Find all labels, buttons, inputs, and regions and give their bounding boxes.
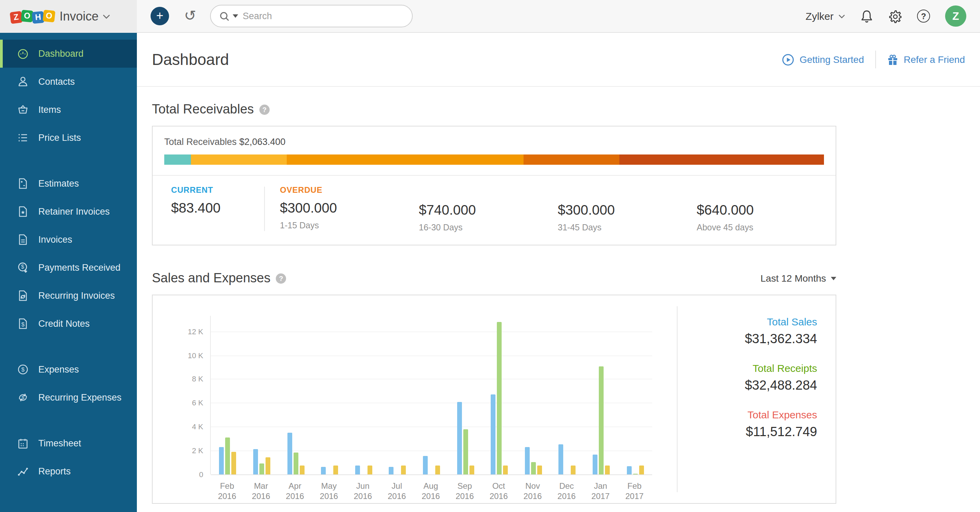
bar-group-apr-2016[interactable] — [287, 316, 304, 474]
sales-bar[interactable] — [287, 432, 292, 474]
sales-bar[interactable] — [423, 456, 428, 474]
expenses-bar[interactable] — [469, 466, 474, 475]
aging-range-label: 16-30 Days — [419, 223, 558, 232]
aging-column-31-45-days[interactable]: $300.00031-45 Days — [558, 185, 697, 232]
receipts-bar[interactable] — [259, 464, 264, 474]
expenses-bar[interactable] — [639, 466, 644, 475]
bar-group-nov-2016[interactable] — [525, 316, 542, 474]
expenses-bar[interactable] — [537, 466, 542, 475]
history-icon[interactable]: ↺ — [184, 8, 196, 22]
sidebar-item-label: Price Lists — [38, 133, 81, 143]
chart-zone: Feb2016Mar2016Apr2016May2016Jun2016Jul20… — [153, 295, 677, 503]
avatar[interactable]: Z — [945, 5, 966, 27]
receipts-bar[interactable] — [599, 366, 604, 474]
sales-bar[interactable] — [220, 447, 224, 474]
help-button[interactable]: ? — [917, 10, 930, 22]
help-icon[interactable]: ? — [276, 273, 286, 283]
sidebar-item-expenses[interactable]: $Expenses — [0, 355, 137, 384]
sidebar-item-items[interactable]: Items — [0, 96, 137, 124]
receipts-bar[interactable] — [531, 462, 536, 474]
date-range-dropdown[interactable]: Last 12 Months — [760, 273, 836, 284]
receipts-bar[interactable] — [226, 437, 230, 474]
settings-button[interactable] — [888, 9, 902, 23]
bar-group-oct-2016[interactable] — [491, 316, 508, 474]
search-box[interactable] — [210, 5, 412, 27]
expenses-bar[interactable] — [367, 466, 372, 475]
sidebar-item-timesheet[interactable]: Timesheet — [0, 429, 137, 457]
bar-group-dec-2016[interactable] — [559, 316, 576, 474]
bell-icon — [860, 9, 873, 23]
sidebar-item-dashboard[interactable]: Dashboard — [0, 40, 137, 68]
sales-bar[interactable] — [525, 447, 530, 474]
sales-bar[interactable] — [321, 467, 326, 474]
current-column[interactable]: CURRENT $83.400 — [153, 185, 264, 232]
sidebar-item-contacts[interactable]: Contacts — [0, 68, 137, 96]
sidebar-item-estimates[interactable]: Estimates — [0, 170, 137, 198]
expenses-bar[interactable] — [333, 466, 338, 475]
aging-segment-overdue-1-15[interactable] — [191, 154, 287, 165]
bar-group-jan-2017[interactable] — [593, 316, 610, 474]
receipts-bar[interactable] — [633, 473, 638, 474]
chevron-down-icon[interactable] — [103, 14, 110, 19]
aging-segment-overdue-16-30[interactable] — [287, 154, 523, 165]
sales-bar[interactable] — [627, 466, 631, 474]
receipts-bar[interactable] — [463, 429, 468, 474]
org-switcher[interactable]: Zylker — [805, 10, 845, 22]
expenses-bar[interactable] — [401, 466, 406, 475]
aging-column-above-45-days[interactable]: $640.000Above 45 days — [697, 185, 835, 232]
bar-chart-plot[interactable] — [210, 316, 652, 474]
sales-bar[interactable] — [559, 444, 563, 474]
sidebar-item-invoices[interactable]: Invoices — [0, 225, 137, 254]
sidebar-item-recurring-invoices[interactable]: Recurring Invoices — [0, 282, 137, 310]
sales-bar[interactable] — [389, 467, 394, 474]
aging-segment-overdue-above-45[interactable] — [619, 154, 824, 165]
bar-group-feb-2016[interactable] — [220, 316, 237, 474]
sales-bar[interactable] — [253, 449, 258, 474]
aging-segment-overdue-31-45[interactable] — [523, 154, 619, 165]
aging-column-1-15-days[interactable]: OVERDUE$300.0001-15 Days — [280, 185, 419, 232]
aging-segment-current[interactable] — [164, 154, 191, 165]
receipts-bar[interactable] — [497, 322, 502, 474]
refer-friend-link[interactable]: Refer a Friend — [886, 54, 965, 65]
sidebar-item-reports[interactable]: Reports — [0, 457, 137, 485]
sales-bar[interactable] — [457, 402, 461, 474]
expenses-bar[interactable] — [232, 452, 237, 474]
getting-started-link[interactable]: Getting Started — [783, 54, 864, 65]
chevron-down-icon — [838, 14, 845, 18]
sales-bar[interactable] — [593, 454, 597, 474]
x-tick-label: Jun2016 — [346, 481, 379, 502]
search-input[interactable] — [241, 10, 403, 22]
expenses-bar[interactable] — [503, 466, 508, 475]
content-header: Dashboard Getting Started Refer a Friend — [137, 33, 980, 87]
expenses-bar[interactable] — [435, 466, 440, 475]
expenses-bar[interactable] — [299, 466, 304, 475]
expenses-bar[interactable] — [605, 466, 610, 475]
bar-group-aug-2016[interactable] — [423, 316, 440, 474]
aging-column-16-30-days[interactable]: $740.00016-30 Days — [419, 185, 558, 232]
bar-group-mar-2016[interactable] — [253, 316, 270, 474]
bar-group-sep-2016[interactable] — [457, 316, 474, 474]
sidebar-item-price-lists[interactable]: Price Lists — [0, 124, 137, 152]
receipts-bar[interactable] — [293, 453, 298, 474]
notifications-button[interactable] — [860, 9, 873, 23]
logo-area[interactable]: ZOHO Invoice — [0, 0, 137, 33]
receivables-aging-bar[interactable] — [164, 154, 824, 165]
sidebar-item-retainer-invoices[interactable]: Retainer Invoices — [0, 198, 137, 225]
x-axis-labels: Feb2016Mar2016Apr2016May2016Jun2016Jul20… — [210, 481, 652, 502]
quick-create-button[interactable]: + — [151, 7, 169, 25]
bar-group-feb-2017[interactable] — [627, 316, 644, 474]
sidebar-item-credit-notes[interactable]: $Credit Notes — [0, 310, 137, 338]
bar-group-may-2016[interactable] — [321, 316, 338, 474]
bar-group-jul-2016[interactable] — [389, 316, 406, 474]
receivables-card: Total Receivables $2,063.400 CURRENT $83… — [152, 126, 836, 246]
help-icon[interactable]: ? — [259, 104, 270, 114]
sales-bar[interactable] — [355, 466, 360, 475]
logo-tile: Z — [10, 11, 22, 24]
sales-bar[interactable] — [491, 395, 495, 474]
expenses-bar[interactable] — [266, 457, 270, 474]
bar-group-jun-2016[interactable] — [355, 316, 372, 474]
sidebar-item-payments-received[interactable]: $Payments Received — [0, 254, 137, 282]
search-scope-caret-icon[interactable] — [232, 14, 238, 18]
expenses-bar[interactable] — [571, 466, 576, 475]
sidebar-item-recurring-expenses[interactable]: $Recurring Expenses — [0, 384, 137, 412]
